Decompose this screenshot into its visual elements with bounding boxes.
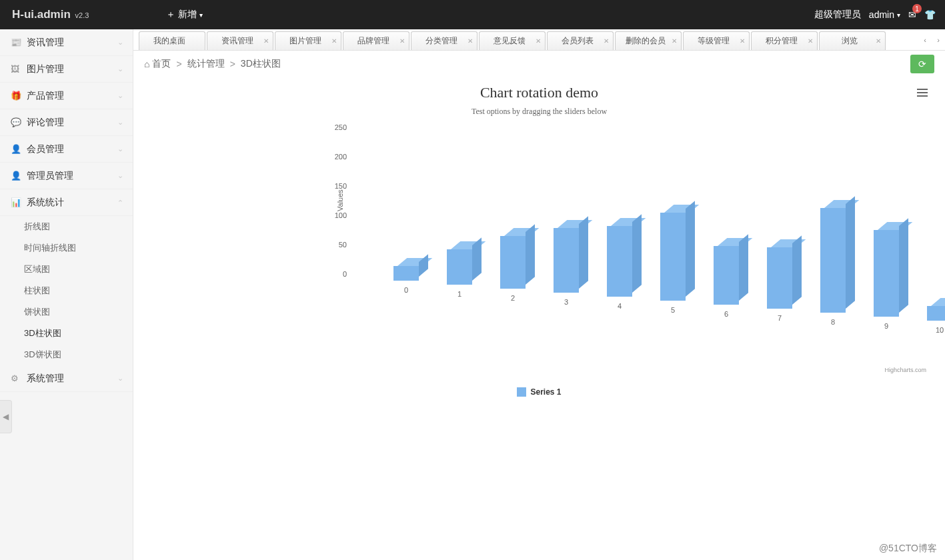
messages-button[interactable]: ✉ 1 bbox=[908, 9, 916, 20]
chevron-left-icon: ◀ bbox=[3, 412, 9, 421]
chevron-down-icon: ⌄ bbox=[117, 374, 123, 383]
tab-label: 分类管理 bbox=[425, 35, 457, 47]
user-menu[interactable]: admin ▾ bbox=[869, 9, 900, 20]
close-icon[interactable]: ✕ bbox=[808, 37, 813, 45]
x-tick-label: 6 bbox=[716, 310, 736, 318]
close-icon[interactable]: ✕ bbox=[263, 37, 269, 45]
sidebar-item-image[interactable]: 🖼图片管理⌄ bbox=[0, 56, 133, 83]
skin-button[interactable]: 👕 bbox=[924, 9, 936, 20]
sidebar-subitem[interactable]: 3D饼状图 bbox=[0, 344, 133, 365]
tab[interactable]: 会员列表✕ bbox=[547, 31, 614, 50]
main-content: 我的桌面资讯管理✕图片管理✕品牌管理✕分类管理✕意见反馈✕会员列表✕删除的会员✕… bbox=[133, 29, 945, 560]
tab-label: 资讯管理 bbox=[221, 35, 253, 47]
sidebar-item-system[interactable]: ⚙系统管理⌄ bbox=[0, 365, 133, 392]
tab-label: 浏览 bbox=[842, 35, 858, 47]
chart-bar[interactable] bbox=[820, 208, 846, 313]
sidebar-subitem[interactable]: 3D柱状图 bbox=[0, 323, 133, 344]
tab[interactable]: 分类管理✕ bbox=[411, 31, 478, 50]
chart-bar[interactable] bbox=[554, 228, 579, 293]
home-icon: ⌂ bbox=[144, 59, 149, 69]
x-tick-label: 7 bbox=[770, 314, 790, 322]
tab-scroll-right[interactable]: › bbox=[932, 31, 945, 49]
tab[interactable]: 图片管理✕ bbox=[275, 31, 341, 50]
sidebar-collapse-button[interactable]: ◀ bbox=[0, 400, 12, 433]
close-icon[interactable]: ✕ bbox=[331, 37, 337, 45]
sidebar-item-label: 评论管理 bbox=[27, 117, 64, 129]
chart-bar[interactable] bbox=[927, 306, 945, 321]
plus-icon: ＋ bbox=[166, 9, 175, 21]
breadcrumb-level1[interactable]: 统计管理 bbox=[187, 58, 225, 70]
sidebar-item-news[interactable]: 📰资讯管理⌄ bbox=[0, 29, 133, 56]
chart-bar[interactable] bbox=[447, 249, 472, 285]
chart-menu-button[interactable] bbox=[917, 87, 928, 99]
tab[interactable]: 意见反馈✕ bbox=[479, 31, 546, 50]
close-icon[interactable]: ✕ bbox=[740, 37, 745, 45]
chevron-down-icon: ⌄ bbox=[117, 171, 123, 180]
sidebar-subitem[interactable]: 折线图 bbox=[0, 216, 133, 237]
chart-bar[interactable] bbox=[500, 236, 526, 289]
tab[interactable]: 浏览✕ bbox=[819, 31, 886, 50]
chart-bar[interactable] bbox=[874, 230, 899, 317]
chart-bar[interactable] bbox=[767, 247, 792, 309]
tab[interactable]: 积分管理✕ bbox=[751, 31, 818, 50]
close-icon[interactable]: ✕ bbox=[604, 37, 609, 45]
sidebar-item-admin[interactable]: 👤管理员管理⌄ bbox=[0, 163, 133, 189]
chart-bar[interactable] bbox=[393, 266, 419, 281]
system-icon: ⚙ bbox=[11, 373, 20, 383]
y-axis-label: Values bbox=[336, 189, 344, 211]
chart-container: Chart rotation demo Test options by drag… bbox=[133, 77, 945, 403]
sidebar-subitem[interactable]: 柱状图 bbox=[0, 280, 133, 301]
legend-color-box bbox=[517, 387, 526, 397]
x-tick-label: 1 bbox=[449, 290, 469, 298]
breadcrumb-home[interactable]: 首页 bbox=[152, 58, 171, 70]
sidebar-item-stats[interactable]: 📊系统统计⌄ bbox=[0, 189, 133, 216]
close-icon[interactable]: ✕ bbox=[672, 37, 677, 45]
breadcrumb: ⌂ 首页 > 统计管理 > 3D柱状图 ⟳ bbox=[133, 51, 945, 77]
tab[interactable]: 品牌管理✕ bbox=[343, 31, 409, 50]
x-tick-label: 8 bbox=[823, 318, 843, 326]
sidebar-subitem[interactable]: 饼状图 bbox=[0, 301, 133, 323]
x-tick-label: 3 bbox=[556, 298, 576, 306]
chart-bar[interactable] bbox=[607, 226, 632, 297]
chart-bar[interactable] bbox=[660, 213, 686, 301]
x-tick-label: 0 bbox=[396, 286, 416, 294]
tab[interactable]: 我的桌面 bbox=[139, 31, 205, 50]
y-tick-label: 150 bbox=[320, 182, 347, 190]
stats-icon: 📊 bbox=[11, 197, 20, 207]
comment-icon: 💬 bbox=[11, 117, 20, 127]
tab[interactable]: 资讯管理✕ bbox=[207, 31, 273, 50]
refresh-button[interactable]: ⟳ bbox=[910, 55, 934, 73]
legend-series-name: Series 1 bbox=[530, 387, 561, 397]
chevron-down-icon: ⌄ bbox=[117, 118, 123, 127]
chart-credit[interactable]: Highcharts.com bbox=[884, 367, 926, 373]
chart-legend[interactable]: Series 1 bbox=[147, 387, 932, 397]
sidebar-item-label: 图片管理 bbox=[27, 63, 64, 75]
sidebar-subitem[interactable]: 时间轴折线图 bbox=[0, 237, 133, 259]
y-tick-label: 250 bbox=[320, 123, 347, 131]
sidebar-subitem[interactable]: 区域图 bbox=[0, 259, 133, 280]
sidebar-item-product[interactable]: 🎁产品管理⌄ bbox=[0, 83, 133, 109]
tab-scroll-left[interactable]: ‹ bbox=[918, 31, 932, 49]
tab-label: 品牌管理 bbox=[357, 35, 389, 47]
close-icon[interactable]: ✕ bbox=[536, 37, 541, 45]
close-icon[interactable]: ✕ bbox=[876, 37, 881, 45]
sidebar-item-member[interactable]: 👤会员管理⌄ bbox=[0, 136, 133, 163]
close-icon[interactable]: ✕ bbox=[467, 37, 473, 45]
admin-icon: 👤 bbox=[11, 171, 20, 181]
close-icon[interactable]: ✕ bbox=[399, 37, 405, 45]
tab[interactable]: 删除的会员✕ bbox=[615, 31, 682, 50]
add-new-button[interactable]: ＋ 新增 ▾ bbox=[166, 9, 203, 21]
sidebar-item-comment[interactable]: 💬评论管理⌄ bbox=[0, 109, 133, 136]
chevron-down-icon: ⌄ bbox=[117, 38, 123, 47]
tab-bar: 我的桌面资讯管理✕图片管理✕品牌管理✕分类管理✕意见反馈✕会员列表✕删除的会员✕… bbox=[133, 29, 945, 51]
y-tick-label: 50 bbox=[320, 241, 347, 249]
breadcrumb-current: 3D柱状图 bbox=[241, 58, 281, 70]
chevron-down-icon: ▾ bbox=[897, 11, 900, 19]
x-tick-label: 9 bbox=[876, 322, 896, 330]
tab[interactable]: 等级管理✕ bbox=[683, 31, 750, 50]
member-icon: 👤 bbox=[11, 144, 20, 154]
tab-label: 图片管理 bbox=[289, 35, 321, 47]
chart-bar[interactable] bbox=[714, 246, 739, 305]
sidebar-item-label: 系统管理 bbox=[27, 373, 64, 385]
sidebar-item-label: 产品管理 bbox=[27, 90, 64, 102]
